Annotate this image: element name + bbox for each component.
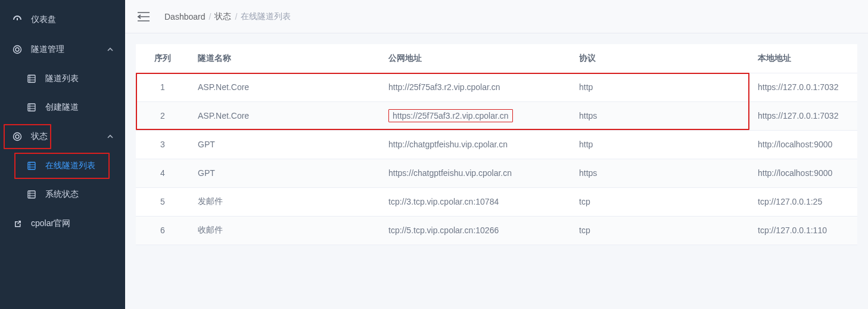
- cell-public-addr[interactable]: tcp://3.tcp.vip.cpolar.cn:10784: [380, 187, 571, 216]
- sidebar-item-online-tunnel-list[interactable]: 在线隧道列表: [0, 152, 125, 180]
- sidebar-item-cpolar-site[interactable]: cpolar官网: [0, 209, 125, 239]
- cell-local-addr: tcp://127.0.0.1:25: [749, 187, 857, 216]
- cell-seq: 4: [136, 159, 189, 187]
- tunnel-table: 序列 隧道名称 公网地址 协议 本地地址 1ASP.Net.Corehttp:/…: [136, 44, 857, 245]
- cell-local-addr: http://localhost:9000: [749, 159, 857, 187]
- cell-seq: 6: [136, 216, 189, 245]
- list-icon: [26, 102, 37, 113]
- gear-icon: [12, 131, 23, 142]
- svg-rect-3: [28, 104, 35, 111]
- table-row[interactable]: 6收邮件tcp://5.tcp.vip.cpolar.cn:10266tcptc…: [136, 216, 857, 245]
- sidebar-item-label: 仪表盘: [31, 14, 113, 25]
- cell-seq: 3: [136, 130, 189, 159]
- cell-name: ASP.Net.Core: [189, 101, 380, 130]
- svg-point-1: [14, 46, 21, 54]
- list-icon: [26, 73, 37, 84]
- cell-public-addr[interactable]: https://chatgptfeishu.vip.cpolar.cn: [380, 159, 571, 187]
- sidebar-item-dashboard[interactable]: 仪表盘: [0, 5, 125, 35]
- chevron-up-icon: [107, 134, 113, 140]
- breadcrumb-item[interactable]: Dashboard: [164, 12, 206, 21]
- col-proto: 协议: [571, 44, 749, 73]
- cell-public-addr[interactable]: https://25f75af3.r2.vip.cpolar.cn: [380, 101, 571, 130]
- cell-proto: http: [571, 73, 749, 101]
- cell-proto: https: [571, 159, 749, 187]
- sidebar-item-create-tunnel[interactable]: 创建隧道: [0, 93, 125, 122]
- cell-local-addr: https://127.0.0.1:7032: [749, 101, 857, 130]
- breadcrumb-sep: /: [235, 12, 237, 21]
- svg-rect-6: [28, 162, 35, 169]
- cell-public-addr[interactable]: http://chatgptfeishu.vip.cpolar.cn: [380, 130, 571, 159]
- svg-rect-7: [28, 191, 35, 198]
- cell-public-addr[interactable]: http://25f75af3.r2.vip.cpolar.cn: [380, 73, 571, 101]
- col-seq: 序列: [136, 44, 189, 73]
- content: 序列 隧道名称 公网地址 协议 本地地址 1ASP.Net.Corehttp:/…: [125, 33, 868, 309]
- sidebar-item-tunnel-list[interactable]: 隧道列表: [0, 64, 125, 93]
- breadcrumb: Dashboard / 状态 / 在线隧道列表: [164, 11, 291, 22]
- cell-public-addr[interactable]: tcp://5.tcp.vip.cpolar.cn:10266: [380, 216, 571, 245]
- table-header-row: 序列 隧道名称 公网地址 协议 本地地址: [136, 44, 857, 73]
- sidebar-item-label: 创建隧道: [45, 102, 113, 113]
- breadcrumb-sep: /: [209, 12, 211, 21]
- svg-rect-2: [28, 75, 35, 82]
- chevron-up-icon: [107, 47, 113, 52]
- topbar: Dashboard / 状态 / 在线隧道列表: [125, 0, 868, 33]
- sidebar-item-label: 在线隧道列表: [45, 160, 113, 171]
- table-row[interactable]: 2ASP.Net.Corehttps://25f75af3.r2.vip.cpo…: [136, 101, 857, 130]
- cell-name: 收邮件: [189, 216, 380, 245]
- sidebar-item-label: cpolar官网: [31, 218, 113, 229]
- list-icon: [26, 160, 37, 171]
- sidebar-item-label: 系统状态: [45, 189, 113, 200]
- highlighted-address[interactable]: https://25f75af3.r2.vip.cpolar.cn: [388, 109, 513, 122]
- cell-seq: 5: [136, 187, 189, 216]
- sidebar-item-label: 状态: [31, 131, 107, 142]
- sidebar-item-tunnel-manage[interactable]: 隧道管理: [0, 35, 125, 64]
- cell-local-addr: http://localhost:9000: [749, 130, 857, 159]
- sidebar-item-label: 隧道管理: [31, 44, 107, 55]
- breadcrumb-item-current: 在线隧道列表: [241, 11, 291, 22]
- cell-local-addr: https://127.0.0.1:7032: [749, 73, 857, 101]
- svg-point-4: [15, 135, 19, 138]
- svg-point-5: [14, 133, 21, 141]
- table-row[interactable]: 4GPThttps://chatgptfeishu.vip.cpolar.cnh…: [136, 159, 857, 187]
- gear-icon: [12, 44, 23, 55]
- sidebar-item-system-status[interactable]: 系统状态: [0, 180, 125, 209]
- main-area: Dashboard / 状态 / 在线隧道列表 序列 隧道名称 公网地址 协议 …: [125, 0, 868, 309]
- breadcrumb-item[interactable]: 状态: [214, 11, 231, 22]
- col-addr: 公网地址: [380, 44, 571, 73]
- cell-name: GPT: [189, 130, 380, 159]
- external-icon: [12, 218, 23, 229]
- sidebar-item-status[interactable]: 状态: [0, 122, 125, 152]
- cell-name: 发邮件: [189, 187, 380, 216]
- col-name: 隧道名称: [189, 44, 380, 73]
- cell-proto: https: [571, 101, 749, 130]
- svg-point-0: [15, 48, 19, 51]
- cell-proto: tcp: [571, 187, 749, 216]
- cell-proto: tcp: [571, 216, 749, 245]
- cell-seq: 1: [136, 73, 189, 101]
- table-row[interactable]: 1ASP.Net.Corehttp://25f75af3.r2.vip.cpol…: [136, 73, 857, 101]
- cell-name: GPT: [189, 159, 380, 187]
- cell-seq: 2: [136, 101, 189, 130]
- cell-proto: http: [571, 130, 749, 159]
- dashboard-icon: [12, 14, 23, 25]
- sidebar-item-label: 隧道列表: [45, 73, 113, 84]
- sidebar: 仪表盘 隧道管理 隧道列表 创建隧道: [0, 0, 125, 309]
- table-row[interactable]: 3GPThttp://chatgptfeishu.vip.cpolar.cnht…: [136, 130, 857, 159]
- cell-name: ASP.Net.Core: [189, 73, 380, 101]
- cell-local-addr: tcp://127.0.0.1:110: [749, 216, 857, 245]
- table-row[interactable]: 5发邮件tcp://3.tcp.vip.cpolar.cn:10784tcptc…: [136, 187, 857, 216]
- list-icon: [26, 189, 37, 200]
- menu-collapse-button[interactable]: [137, 10, 150, 23]
- col-local: 本地地址: [749, 44, 857, 73]
